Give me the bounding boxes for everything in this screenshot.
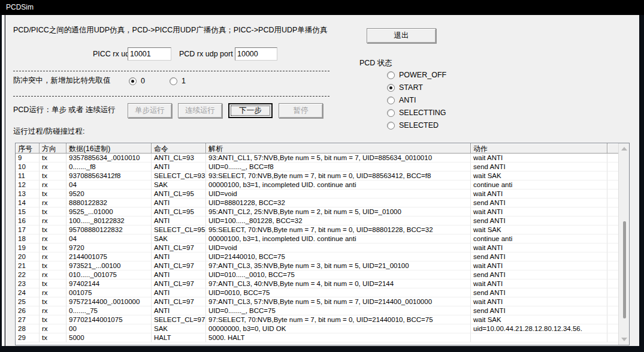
separator-line (13, 71, 329, 71)
table-cell: SELECT_CL=95 (152, 225, 206, 234)
table-cell: 9525_...01000 (66, 207, 152, 216)
run-section-label: PCD运行：单步 或者 连续运行 (13, 105, 116, 115)
picc-port-input[interactable] (128, 47, 171, 61)
table-row[interactable]: 28rx00SAK00000000, b3=0, UID OKuid=10.00… (16, 324, 629, 333)
table-cell-blank (607, 163, 619, 172)
status-radio-start[interactable] (387, 84, 395, 92)
status-radio-selected[interactable] (387, 122, 395, 130)
status-radio-anti[interactable] (387, 97, 395, 104)
column-header-command[interactable]: 命令 (152, 143, 206, 154)
table-row[interactable]: 20rx2144001075ANTIUID=21440010, BCC=75se… (16, 252, 629, 261)
table-cell: tx (40, 333, 66, 342)
table-cell: UID=void (206, 189, 471, 198)
vertical-scrollbar[interactable] (618, 143, 629, 345)
table-cell: wait ANTI (471, 279, 607, 288)
single-step-run-button[interactable]: 单步运行 (128, 103, 172, 118)
table-cell-blank (607, 243, 619, 252)
exit-button[interactable]: 退出 (367, 28, 436, 43)
table-cell: 28 (16, 324, 40, 333)
status-radio-start-label: START (399, 83, 423, 92)
table-cell: 26 (16, 306, 40, 315)
column-header-seq[interactable]: 序号 (16, 143, 40, 154)
table-row[interactable]: 11tx937088563412f8SELECT_CL=9393:SELECT,… (16, 172, 629, 180)
continuous-run-button[interactable]: 连续运行 (178, 103, 222, 118)
table-row[interactable]: 18rx04SAK00000100, b3=1, incompleted UID… (16, 234, 629, 243)
pause-button[interactable]: 暂停 (279, 103, 323, 118)
table-header-row: 序号 方向 数据(16进制) 命令 解析 动作 (16, 143, 629, 154)
table-cell-blank (607, 207, 619, 216)
table-cell: rx (40, 234, 66, 243)
table-cell-blank (607, 279, 619, 288)
table-cell: 10 (16, 163, 40, 172)
table-cell: 20 (16, 252, 40, 261)
table-cell: ANTI (152, 270, 206, 279)
table-row[interactable]: 23tx97402144ANTI_CL=9797:ANTI_CL3, 40:NV… (16, 279, 629, 288)
table-cell: rx (40, 198, 66, 207)
table-row[interactable]: 17tx95708880122832SELECT_CL=9595:SELECT,… (16, 225, 629, 234)
column-header-data-hex[interactable]: 数据(16进制) (66, 143, 152, 154)
table-cell-blank (607, 315, 619, 324)
table-row[interactable]: 25tx9757214400_.0010000ANTI_CL=9797:ANTI… (16, 297, 629, 306)
status-radio-selectting[interactable] (387, 109, 395, 117)
table-cell: 5000 (66, 333, 152, 342)
table-cell: 0......._75 (66, 306, 152, 315)
table-row[interactable]: 12rx04SAK00000100, b3=1, incompleted UID… (16, 180, 629, 189)
process-table: 序号 方向 数据(16进制) 命令 解析 动作 9tx9357885634_.0… (15, 143, 630, 345)
table-cell-blank (607, 261, 619, 270)
table-cell: 97:ANTI_CL3, 40:NVB,Byte num = 4, bit nu… (206, 279, 471, 288)
table-cell: ANTI_CL=97 (152, 243, 206, 252)
column-header-direction[interactable]: 方向 (40, 143, 66, 154)
table-row[interactable]: 16rx100....._80122832ANTIUID=100....._80… (16, 216, 629, 225)
table-cell: 001075 (66, 288, 152, 297)
table-row[interactable]: 13tx9520ANTI_CL=95UID=voidwait ANTI (16, 189, 629, 198)
table-row[interactable]: 21tx973521_...00100ANTI_CL=9797:ANTI_CL3… (16, 261, 629, 270)
table-cell: 9357885634_.0010010 (66, 154, 152, 163)
table-row[interactable]: 15tx9525_...01000ANTI_CL=9595:ANTI_CL2, … (16, 207, 629, 216)
table-row[interactable]: 22rx010....._001075ANTIUID=010....._0010… (16, 270, 629, 279)
table-cell-blank (607, 306, 619, 315)
table-cell: SELECT_CL=97 (152, 315, 206, 324)
table-row[interactable]: 27tx97702144001075SELECT_CL=9797:SELECT,… (16, 315, 629, 324)
table-cell: wait SAK (471, 172, 607, 180)
table-cell: 95:SELECT, 70:NVB,Byte num = 7, bit num … (206, 225, 471, 234)
description-text: PCD/PICC之间的通信用UDP仿真，PCD->PICC用UDP广播仿真；PI… (13, 25, 327, 35)
scroll-down-icon[interactable] (621, 338, 627, 341)
table-row[interactable]: 26rx0......._75ANTIUID=0......._, BCC=75… (16, 306, 629, 315)
pcd-port-input[interactable] (235, 47, 277, 61)
table-cell: 23 (16, 279, 40, 288)
table-cell: 937088563412f8 (66, 172, 152, 180)
status-radio-selectting-label: SELECTTING (399, 109, 446, 117)
anticollision-radio-1[interactable] (170, 77, 177, 85)
table-cell-blank (607, 198, 619, 207)
table-row[interactable]: 29tx5000HALT5000. HALT (16, 333, 629, 342)
table-row[interactable]: 9tx9357885634_.0010010ANTI_CL=9393:ANTI_… (16, 154, 629, 163)
table-cell: tx (40, 315, 66, 324)
table-cell: ANTI_CL=95 (152, 207, 206, 216)
table-cell: 29 (16, 333, 40, 342)
table-row[interactable]: 14rx8880122832ANTIUID=88801228, BCC=32se… (16, 198, 629, 207)
scroll-up-icon[interactable] (621, 147, 627, 151)
table-cell-blank (607, 270, 619, 279)
table-cell: send ANTI (471, 216, 607, 225)
table-cell: tx (40, 261, 66, 270)
table-cell: 21 (16, 261, 40, 270)
title-bar[interactable]: PCDSim (0, 0, 644, 15)
table-row[interactable]: 10rx0......._f8ANTIUID=0......._, BCC=f8… (16, 163, 629, 172)
table-cell: send ANTI (471, 270, 607, 279)
table-cell: 9757214400_.0010000 (66, 297, 152, 306)
anticollision-radio-0[interactable] (129, 77, 137, 85)
table-cell: UID=010....._0010, BCC=75 (206, 270, 471, 279)
table-cell: rx (40, 270, 66, 279)
table-cell: 9 (16, 154, 40, 163)
next-step-button[interactable]: 下一步 (228, 103, 273, 118)
table-cell: tx (40, 207, 66, 216)
table-cell: ANTI_CL=97 (152, 297, 206, 306)
table-row[interactable]: 24rx001075ANTIUID=0010, BCC=75send ANTI (16, 288, 629, 297)
scrollbar-thumb[interactable] (623, 221, 626, 318)
status-radio-power-off[interactable] (387, 71, 395, 79)
column-header-parse[interactable]: 解析 (206, 143, 471, 154)
table-cell: 04 (66, 180, 152, 189)
table-row[interactable]: 19tx9720ANTI_CL=97UID=voidwait ANTI (16, 243, 629, 252)
table-cell: 0......._f8 (66, 163, 152, 172)
column-header-action[interactable]: 动作 (471, 143, 607, 154)
